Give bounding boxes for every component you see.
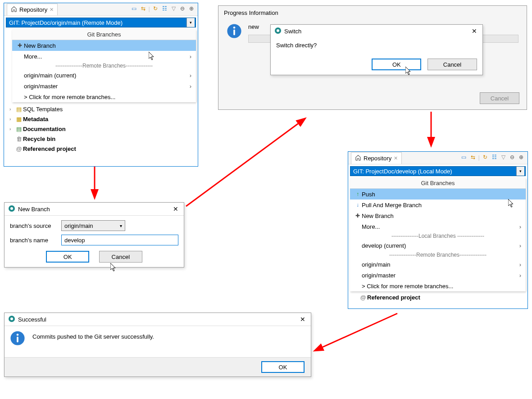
- close-button[interactable]: ✕: [469, 27, 480, 36]
- app-icon: [8, 315, 15, 324]
- more-label: More...: [362, 223, 380, 230]
- branches-header: Git Branches: [350, 178, 526, 189]
- tree-recycle[interactable]: 🗑 Recycle bin: [4, 134, 198, 144]
- repository-panel-1: Repository ✕ ▭ ⇆ | ↻ ☷ ▽ ⊖ ⊕ GIT: Projec…: [4, 3, 198, 167]
- save-icon[interactable]: ▭: [131, 5, 138, 12]
- origin-main-item[interactable]: origin/main (current) ›: [12, 70, 196, 81]
- tree-metadata[interactable]: › ▦ Metadata: [4, 114, 198, 124]
- origin-main-item[interactable]: origin/main ›: [350, 259, 526, 270]
- flow-arrow-3: [424, 112, 438, 150]
- chevron-right-icon: ›: [519, 261, 521, 268]
- cancel-button[interactable]: Cancel: [480, 92, 519, 104]
- chevron-right-icon: ›: [190, 53, 191, 60]
- ok-button[interactable]: OK: [372, 59, 421, 70]
- pull-item[interactable]: ↓ Pull And Merge Branch: [350, 200, 526, 210]
- at-icon: @: [15, 145, 23, 152]
- pull-label: Pull And Merge Branch: [362, 202, 422, 209]
- git-branches-dropdown-2: Git Branches ↑ Push ↓ Pull And Merge Bra…: [350, 178, 526, 291]
- origin-master-item[interactable]: origin/master ›: [350, 270, 526, 281]
- sync-icon[interactable]: ⇆: [140, 5, 147, 12]
- more-remote-label: > Click for more remote branches...: [362, 283, 453, 290]
- tree-label: Metadata: [23, 116, 48, 122]
- tree-label: Recycle bin: [23, 136, 55, 142]
- new-branch-title: New Branch: [18, 206, 50, 213]
- save-icon[interactable]: ▭: [460, 154, 468, 161]
- project-tree-2: @ Referenced project: [348, 291, 527, 303]
- branch-name-input[interactable]: [61, 235, 178, 245]
- minimize-icon[interactable]: ⊖: [179, 5, 186, 12]
- new-branch-label: New Branch: [24, 42, 56, 49]
- tree-documentation[interactable]: › ▤ Documentation: [4, 124, 198, 134]
- refresh-icon[interactable]: ↻: [482, 154, 489, 161]
- branches-header: Git Branches: [12, 29, 196, 40]
- sync-icon[interactable]: ⇆: [469, 154, 477, 161]
- origin-main-label: origin/main: [362, 261, 391, 268]
- expand-icon[interactable]: ›: [9, 107, 15, 112]
- chevron-right-icon: ›: [190, 83, 191, 90]
- repository-tabbar-1: Repository ✕ ▭ ⇆ | ↻ ☷ ▽ ⊖ ⊕: [4, 3, 198, 16]
- cancel-button[interactable]: Cancel: [427, 59, 477, 70]
- progress-title: Progress Information: [218, 6, 527, 20]
- minimize-icon[interactable]: ⊖: [509, 154, 516, 161]
- close-tab-icon[interactable]: ✕: [394, 155, 398, 161]
- chevron-right-icon: ›: [519, 223, 521, 230]
- tree-sql-templates[interactable]: › ▤ SQL Templates: [4, 104, 198, 114]
- view-icon[interactable]: ☷: [161, 5, 168, 12]
- flow-arrow-4: [312, 311, 402, 356]
- more-item[interactable]: More... ›: [350, 221, 526, 232]
- push-item[interactable]: ↑ Push: [350, 189, 526, 200]
- plus-icon: ✚: [16, 42, 24, 49]
- view-icon[interactable]: ☷: [491, 154, 498, 161]
- close-button[interactable]: ✕: [297, 315, 308, 324]
- tree-label: Referenced project: [23, 145, 76, 152]
- chevron-right-icon: ›: [519, 242, 521, 249]
- dropdown-button-icon[interactable]: ▾: [516, 167, 524, 176]
- svg-rect-11: [17, 336, 18, 342]
- svg-point-6: [10, 207, 13, 210]
- new-branch-item[interactable]: ✚ New Branch: [350, 210, 526, 221]
- repository-tab[interactable]: Repository ✕: [7, 4, 58, 15]
- develop-item[interactable]: develop (current) ›: [350, 240, 526, 251]
- at-icon: @: [359, 294, 367, 301]
- repository-tab[interactable]: Repository ✕: [351, 152, 402, 164]
- tree-label: Referenced project: [367, 294, 420, 301]
- ok-button[interactable]: OK: [46, 251, 89, 263]
- maximize-icon[interactable]: ⊕: [518, 154, 525, 161]
- svg-line-13: [186, 119, 305, 206]
- git-branch-select[interactable]: GIT: ProjectDoc/origin/main (Remote Mode…: [6, 18, 196, 27]
- origin-master-item[interactable]: origin/master ›: [12, 81, 196, 91]
- branch-source-select[interactable]: origin/main ▾: [61, 220, 125, 231]
- maximize-icon[interactable]: ⊕: [188, 5, 195, 12]
- switch-question: Switch directly?: [276, 42, 477, 49]
- cancel-button[interactable]: Cancel: [99, 251, 142, 263]
- develop-label: develop (current): [362, 242, 406, 249]
- git-branches-dropdown: Git Branches ✚ New Branch More... › ----…: [12, 29, 196, 102]
- dropdown-button-icon[interactable]: ▾: [186, 18, 195, 27]
- name-label: branch's name: [10, 237, 58, 244]
- dropdown-icon[interactable]: ▽: [500, 154, 507, 161]
- successful-message: Commits pushed to the Git server success…: [32, 331, 154, 340]
- close-tab-icon[interactable]: ✕: [50, 7, 54, 13]
- more-remote-item[interactable]: > Click for more remote branches...: [350, 281, 526, 291]
- more-remote-item[interactable]: > Click for more remote branches...: [12, 91, 196, 102]
- successful-dialog: Successful ✕ Commits pushed to the Git s…: [4, 313, 311, 377]
- more-item[interactable]: More... ›: [12, 51, 196, 62]
- expand-icon[interactable]: ›: [9, 127, 15, 131]
- remote-branches-separator: ---------------Remote Branches----------…: [12, 62, 196, 70]
- repository-panel-2: Repository ✕ ▭ ⇆ | ↻ ☷ ▽ ⊖ ⊕ GIT: Projec…: [348, 151, 528, 309]
- tree-referenced[interactable]: @ Referenced project: [4, 144, 198, 154]
- repository-toolbar: ▭ ⇆ | ↻ ☷ ▽ ⊖ ⊕: [131, 5, 195, 12]
- ok-button[interactable]: OK: [261, 361, 305, 373]
- successful-titlebar: Successful ✕: [5, 313, 311, 326]
- branch-source-value: origin/main: [64, 222, 93, 229]
- origin-main-label: origin/main (current): [24, 72, 76, 79]
- git-branch-select[interactable]: GIT: ProjectDoc/develop (Local Mode) ▾: [350, 166, 526, 176]
- tree-referenced[interactable]: @ Referenced project: [348, 292, 527, 302]
- refresh-icon[interactable]: ↻: [152, 5, 159, 12]
- new-branch-item[interactable]: ✚ New Branch: [12, 40, 196, 51]
- close-button[interactable]: ✕: [170, 204, 181, 213]
- dropdown-icon[interactable]: ▽: [170, 5, 177, 12]
- remote-branches-separator: ---------------Remote Branches----------…: [350, 251, 526, 259]
- chevron-right-icon: ›: [190, 72, 191, 79]
- expand-icon[interactable]: ›: [9, 117, 15, 122]
